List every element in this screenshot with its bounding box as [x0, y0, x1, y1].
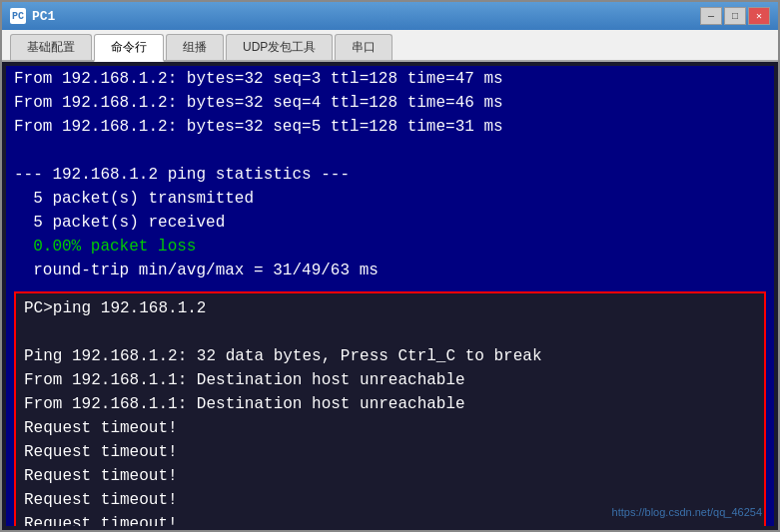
line-7: 5 packet(s) received [14, 214, 766, 238]
tab-multicast[interactable]: 组播 [166, 34, 224, 60]
line-6: 5 packet(s) transmitted [14, 190, 766, 214]
window-icon: PC [10, 8, 26, 24]
minimize-button[interactable]: — [700, 7, 722, 25]
watermark: https://blog.csdn.net/qq_46254 [612, 506, 762, 518]
tab-command-line[interactable]: 命令行 [94, 34, 164, 62]
line-1: From 192.168.1.2: bytes=32 seq=3 ttl=128… [14, 70, 766, 94]
line-5: --- 192.168.1.2 ping statistics --- [14, 166, 766, 190]
bottom-line-1: PC>ping 192.168.1.2 [24, 299, 756, 323]
close-button[interactable]: ✕ [748, 7, 770, 25]
content-area: From 192.168.1.2: bytes=32 seq=3 ttl=128… [2, 62, 778, 530]
tab-basic-config[interactable]: 基础配置 [10, 34, 92, 60]
bottom-line-2 [24, 323, 756, 347]
terminal-scroll-area[interactable]: From 192.168.1.2: bytes=32 seq=3 ttl=128… [6, 66, 774, 526]
bottom-line-timeout-2: Request timeout! [24, 443, 756, 467]
line-2: From 192.168.1.2: bytes=32 seq=4 ttl=128… [14, 94, 766, 118]
title-bar-left: PC PC1 [10, 8, 55, 24]
maximize-button[interactable]: □ [724, 7, 746, 25]
tab-serial[interactable]: 串口 [335, 34, 392, 60]
main-window: PC PC1 — □ ✕ 基础配置 命令行 组播 UDP发包工具 串口 From… [0, 0, 780, 532]
bottom-line-dest-2: From 192.168.1.1: Destination host unrea… [24, 395, 756, 419]
window-title: PC1 [32, 9, 55, 24]
title-controls: — □ ✕ [700, 7, 770, 25]
terminal-top-section: From 192.168.1.2: bytes=32 seq=3 ttl=128… [14, 70, 766, 285]
bottom-line-timeout-3: Request timeout! [24, 467, 756, 491]
title-bar: PC PC1 — □ ✕ [2, 2, 778, 30]
tab-udp-tool[interactable]: UDP发包工具 [226, 34, 333, 60]
bottom-line-timeout-1: Request timeout! [24, 419, 756, 443]
line-8-packet-loss: 0.00% packet loss [14, 238, 766, 262]
bottom-line-dest-1: From 192.168.1.1: Destination host unrea… [24, 371, 756, 395]
tab-bar: 基础配置 命令行 组播 UDP发包工具 串口 [2, 30, 778, 62]
bottom-line-3: Ping 192.168.1.2: 32 data bytes, Press C… [24, 347, 756, 371]
terminal-bottom-section: PC>ping 192.168.1.2 Ping 192.168.1.2: 32… [14, 291, 766, 526]
line-4 [14, 142, 766, 166]
line-3: From 192.168.1.2: bytes=32 seq=5 ttl=128… [14, 118, 766, 142]
line-9: round-trip min/avg/max = 31/49/63 ms [14, 262, 766, 285]
